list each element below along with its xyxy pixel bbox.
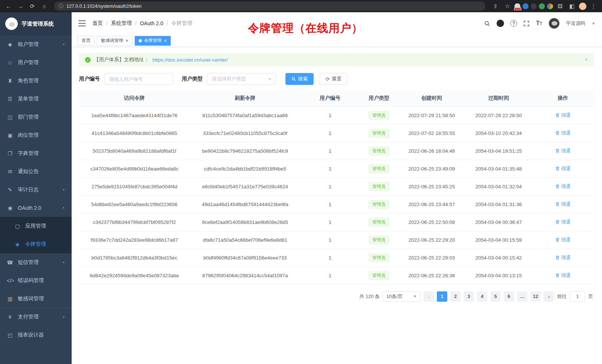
sidebar-item-user[interactable]: ☺用户管理 — [0, 53, 72, 72]
sidebar-item-menu[interactable]: ☰菜单管理 — [0, 90, 72, 108]
sidebar-menu: ☻租户管理∨☺用户管理♜角色管理☰菜单管理◫部门管理▣岗位管理❐字典管理✉通知公… — [0, 35, 72, 364]
force-logout-button[interactable]: 强退 — [555, 112, 571, 119]
sidebar-item-tenant[interactable]: ☻租户管理∨ — [0, 35, 72, 53]
sidebar-item-dict[interactable]: ❐字典管理 — [0, 144, 72, 162]
force-logout-button[interactable]: 强退 — [555, 201, 571, 208]
breadcrumb-item[interactable]: 令牌管理 — [171, 20, 192, 27]
collapse-sidebar-icon[interactable] — [78, 20, 86, 26]
user-id-cell: 1 — [300, 142, 360, 160]
content-area: ✓ 【用户体系】文档地址： https://doc.iocoder.cn/use… — [72, 47, 602, 364]
sidebar-item-oauth[interactable]: ◉OAuth 2.0∧ — [0, 199, 72, 217]
user-icon: ☺ — [7, 60, 13, 66]
sidebar-item-audit[interactable]: ✎审计日志∨ — [0, 181, 72, 199]
address-bar[interactable]: ⓘ 127.0.0.1:1024/system/oauth2/token — [54, 1, 485, 11]
chevron-down-icon: ∨ — [62, 188, 65, 191]
back-icon[interactable]: ← — [4, 1, 13, 11]
goto-page-input[interactable] — [570, 291, 585, 302]
user-type-select[interactable]: 请选择用户类型 ▼ — [207, 73, 276, 85]
force-logout-button[interactable]: 强退 — [555, 183, 571, 190]
tab-0[interactable]: 首页 — [78, 36, 95, 46]
profile-avatar[interactable] — [579, 3, 586, 10]
sidebar-item-app[interactable]: ▢应用管理 — [0, 217, 72, 235]
prev-page-icon[interactable]: ‹ — [423, 291, 434, 302]
reload-icon[interactable]: ⟳ — [27, 1, 37, 11]
page-button-1[interactable]: 1 — [437, 291, 447, 302]
site-info-icon[interactable]: ⓘ — [59, 3, 63, 10]
breadcrumb-item[interactable]: 首页 — [92, 20, 103, 27]
breadcrumb-item[interactable]: 系统管理 — [111, 20, 132, 27]
share-icon[interactable]: ⇧ — [491, 1, 500, 11]
search-button[interactable]: 搜索 — [285, 73, 314, 85]
banner-link[interactable]: https://doc.iocoder.cn/user-center/ — [153, 57, 228, 63]
force-logout-button[interactable]: 强退 — [555, 148, 571, 154]
extension-icon[interactable] — [514, 3, 520, 9]
search-icon[interactable] — [484, 20, 490, 27]
extension-icon[interactable] — [531, 3, 537, 9]
extensions-puzzle-icon[interactable]: ⚄ — [555, 1, 565, 11]
page-button-2[interactable]: 2 — [450, 291, 461, 302]
sidebar-item-dept[interactable]: ◫部门管理 — [0, 108, 72, 126]
sidebar-item-errcode[interactable]: </>错误码管理 — [0, 271, 72, 289]
force-logout-button[interactable]: 强退 — [555, 219, 571, 225]
force-logout-button[interactable]: 强退 — [555, 254, 571, 261]
sidebar-item-token[interactable]: ◈令牌管理 — [0, 235, 72, 253]
page-button-6[interactable]: 6 — [504, 291, 514, 302]
tab-2[interactable]: 令牌管理× — [135, 36, 171, 46]
force-logout-button[interactable]: 强退 — [555, 272, 571, 279]
help-icon[interactable]: ? — [510, 20, 517, 27]
force-logout-button[interactable]: 强退 — [555, 236, 571, 243]
table-row: b0d1785bc3a8482f812db4a3f3bd15ecb0df4980… — [79, 249, 594, 267]
page-size-select[interactable]: 10条/页 ▼ — [383, 291, 421, 302]
chevron-down-icon[interactable]: ▼ — [592, 21, 595, 26]
next-page-icon[interactable]: › — [544, 291, 554, 302]
app-logo[interactable]: 芋道管理系统 — [0, 12, 72, 35]
sidebar-item-sms[interactable]: ☎短信管理∨ — [0, 253, 72, 271]
home-icon[interactable]: ⌂ — [39, 1, 49, 11]
tab-1[interactable]: 敏感词管理× — [97, 36, 132, 46]
created-time-cell: 2022-06-25 23:49:09 — [398, 160, 465, 178]
fullscreen-icon[interactable] — [523, 20, 530, 27]
created-time-cell: 2022-07-02 18:55:55 — [398, 124, 465, 142]
page-button-5[interactable]: 5 — [490, 291, 501, 302]
banner-text: 【用户体系】文档地址： — [94, 56, 149, 63]
forward-icon[interactable]: → — [16, 1, 25, 11]
sidebar-item-payment[interactable]: ¥支付管理∨ — [0, 308, 72, 326]
bookmark-star-icon[interactable]: ☆ — [503, 1, 512, 11]
extension-pinwheel-icon[interactable] — [547, 3, 553, 9]
github-icon[interactable] — [497, 20, 504, 27]
page-button-12[interactable]: 12 — [530, 291, 541, 302]
extension-icon[interactable] — [539, 3, 545, 9]
banner-close-icon[interactable]: × — [585, 56, 588, 63]
chevron-down-icon: ∨ — [62, 315, 65, 319]
sidebar-item-role[interactable]: ♜角色管理 — [0, 72, 72, 90]
font-size-icon[interactable]: TT — [536, 20, 542, 27]
browser-menu-icon[interactable]: ⋮ — [589, 1, 598, 11]
page-ellipsis[interactable]: ... — [517, 291, 527, 302]
page-button-3[interactable]: 3 — [464, 291, 474, 302]
created-time-cell: 2022-06-25 22:50:08 — [398, 213, 465, 231]
sidebar-item-notice[interactable]: ✉通知公告 — [0, 162, 72, 181]
sidebar-item-post[interactable]: ▣岗位管理 — [0, 126, 72, 144]
breadcrumb-separator: / — [106, 20, 108, 26]
breadcrumb-item[interactable]: OAuth 2.0 — [140, 20, 163, 26]
page-button-4[interactable]: 4 — [477, 291, 487, 302]
user-name[interactable]: 芋道源码 — [566, 20, 585, 27]
action-cell: 强退 — [532, 231, 594, 249]
refresh-icon: ⟳ — [325, 76, 330, 82]
sidebar-item-sensitive[interactable]: ▥敏感词管理 — [0, 289, 72, 308]
post-badge-icon: ▣ — [7, 132, 13, 138]
user-avatar[interactable] — [549, 18, 560, 29]
user-id-cell: 1 — [300, 178, 360, 195]
force-logout-button[interactable]: 强退 — [555, 130, 571, 136]
force-logout-label: 强退 — [561, 201, 571, 208]
reset-button[interactable]: ⟳ 重置 — [320, 73, 347, 85]
column-header: 用户类型 — [360, 90, 398, 106]
tab-close-icon[interactable]: × — [125, 38, 128, 43]
side-panel-icon[interactable]: ◧ — [567, 1, 577, 11]
extension-icon[interactable] — [523, 3, 529, 9]
force-logout-button[interactable]: 强退 — [555, 165, 571, 172]
sidebar-item-report[interactable]: ◰报表设计器 — [0, 326, 72, 344]
user-type-badge: 管理员 — [369, 200, 389, 209]
tab-close-icon[interactable]: × — [164, 38, 167, 43]
user-id-input[interactable] — [104, 73, 173, 85]
